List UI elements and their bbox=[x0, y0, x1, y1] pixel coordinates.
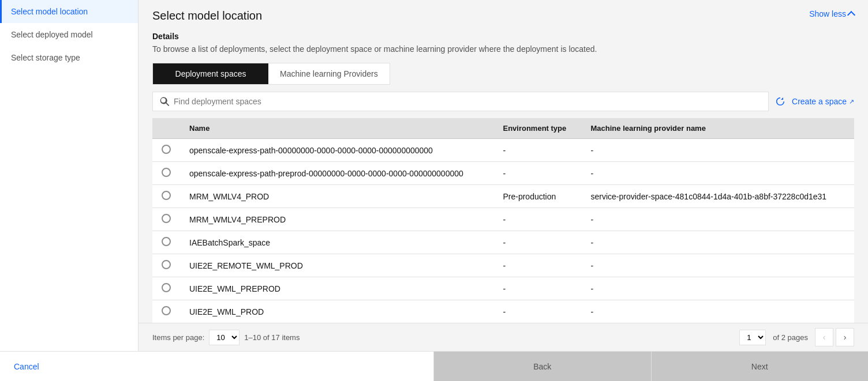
table-row[interactable]: openscale-express-path-preprod-00000000-… bbox=[152, 162, 854, 185]
table-row[interactable]: openscale-express-path-00000000-0000-000… bbox=[152, 139, 854, 162]
of-pages-label: of 2 pages bbox=[773, 333, 808, 342]
page-number-select[interactable]: 1 2 bbox=[739, 330, 766, 345]
row-env-type: Pre-production bbox=[493, 185, 581, 208]
tab-deployment-spaces[interactable]: Deployment spaces bbox=[153, 63, 268, 84]
row-name: UIE2E_WML_PREPROD bbox=[180, 277, 493, 300]
row-env-type: - bbox=[493, 254, 581, 277]
page-header: Select model location Show less bbox=[139, 0, 868, 22]
next-button[interactable]: Next bbox=[652, 352, 869, 381]
table-footer: Items per page: 10 20 50 1–10 of 17 item… bbox=[139, 323, 868, 351]
pagination-controls: 1 2 of 2 pages ‹ › bbox=[739, 328, 854, 346]
row-ml-provider: - bbox=[582, 254, 854, 277]
table-row[interactable]: MRM_WMLV4_PRODPre-productionservice-prov… bbox=[152, 185, 854, 208]
row-name: IAEBatchSpark_space bbox=[180, 231, 493, 254]
row-radio-button[interactable] bbox=[162, 306, 171, 315]
tab-ml-providers[interactable]: Machine learning Providers bbox=[268, 63, 390, 84]
create-space-button[interactable]: Create a space ↗ bbox=[792, 97, 854, 106]
search-container bbox=[152, 92, 769, 111]
search-actions: Create a space ↗ bbox=[776, 97, 854, 106]
row-env-type: - bbox=[493, 277, 581, 300]
search-section: Create a space ↗ bbox=[139, 85, 868, 111]
row-name: UIE2E_WML_PROD bbox=[180, 300, 493, 323]
row-name: openscale-express-path-00000000-0000-000… bbox=[180, 139, 493, 162]
details-section: Details To browse a list of deployments,… bbox=[139, 22, 868, 63]
page-title: Select model location bbox=[152, 9, 262, 22]
row-ml-provider: - bbox=[582, 277, 854, 300]
details-label: Details bbox=[152, 32, 854, 41]
next-page-button[interactable]: › bbox=[836, 328, 854, 346]
bottom-action-bar: Cancel Back Next bbox=[0, 351, 868, 381]
row-radio-button[interactable] bbox=[162, 214, 171, 223]
row-radio-button[interactable] bbox=[162, 145, 171, 154]
sidebar: Select model location Select deployed mo… bbox=[0, 0, 139, 351]
prev-page-button[interactable]: ‹ bbox=[815, 328, 833, 346]
row-radio-button[interactable] bbox=[162, 283, 171, 292]
row-name: MRM_WMLV4_PROD bbox=[180, 185, 493, 208]
per-page-select[interactable]: 10 20 50 bbox=[209, 330, 240, 345]
row-radio-button[interactable] bbox=[162, 260, 171, 269]
table-row[interactable]: UIE2E_WML_PREPROD-- bbox=[152, 277, 854, 300]
sidebar-item-model-location[interactable]: Select model location bbox=[0, 0, 138, 23]
row-env-type: - bbox=[493, 208, 581, 231]
col-select bbox=[152, 118, 180, 139]
items-range: 1–10 of 17 items bbox=[244, 333, 300, 342]
row-radio-button[interactable] bbox=[162, 168, 171, 177]
col-name: Name bbox=[180, 118, 493, 139]
search-input[interactable] bbox=[174, 97, 761, 106]
tab-section: Deployment spaces Machine learning Provi… bbox=[139, 63, 868, 85]
chevron-up-icon bbox=[847, 10, 855, 18]
items-per-page-control: Items per page: 10 20 50 1–10 of 17 item… bbox=[152, 330, 300, 345]
row-radio-button[interactable] bbox=[162, 237, 171, 246]
row-ml-provider: - bbox=[582, 208, 854, 231]
external-link-icon: ↗ bbox=[849, 98, 854, 105]
row-ml-provider: service-provider-space-481c0844-1d4a-401… bbox=[582, 185, 854, 208]
row-radio-button[interactable] bbox=[162, 191, 171, 200]
row-env-type: - bbox=[493, 162, 581, 185]
row-ml-provider: - bbox=[582, 162, 854, 185]
main-content: Select model location Show less Details … bbox=[139, 0, 868, 351]
table-row[interactable]: UIE2E_WML_PROD-- bbox=[152, 300, 854, 323]
row-ml-provider: - bbox=[582, 139, 854, 162]
table-header-row: Name Environment type Machine learning p… bbox=[152, 118, 854, 139]
row-name: openscale-express-path-preprod-00000000-… bbox=[180, 162, 493, 185]
col-ml-provider: Machine learning provider name bbox=[582, 118, 854, 139]
show-less-button[interactable]: Show less bbox=[809, 9, 854, 18]
search-icon bbox=[160, 97, 169, 106]
row-name: MRM_WMLV4_PREPROD bbox=[180, 208, 493, 231]
table-row[interactable]: MRM_WMLV4_PREPROD-- bbox=[152, 208, 854, 231]
tab-group: Deployment spaces Machine learning Provi… bbox=[152, 63, 390, 85]
row-name: UIE2E_REMOTE_WML_PROD bbox=[180, 254, 493, 277]
row-env-type: - bbox=[493, 231, 581, 254]
refresh-button[interactable] bbox=[776, 97, 785, 106]
cancel-section: Cancel bbox=[0, 352, 434, 381]
items-per-page-label: Items per page: bbox=[152, 333, 204, 342]
table-row[interactable]: UIE2E_REMOTE_WML_PROD-- bbox=[152, 254, 854, 277]
row-env-type: - bbox=[493, 300, 581, 323]
row-env-type: - bbox=[493, 139, 581, 162]
col-env-type: Environment type bbox=[493, 118, 581, 139]
table-row[interactable]: IAEBatchSpark_space-- bbox=[152, 231, 854, 254]
sidebar-item-deployed-model[interactable]: Select deployed model bbox=[0, 23, 138, 46]
table-section: Name Environment type Machine learning p… bbox=[139, 118, 868, 323]
row-ml-provider: - bbox=[582, 231, 854, 254]
sidebar-item-storage-type[interactable]: Select storage type bbox=[0, 46, 138, 69]
back-button[interactable]: Back bbox=[434, 352, 652, 381]
details-description: To browse a list of deployments, select … bbox=[152, 44, 854, 54]
nav-action-section: Back Next bbox=[434, 352, 868, 381]
row-ml-provider: - bbox=[582, 300, 854, 323]
deployment-spaces-table: Name Environment type Machine learning p… bbox=[152, 118, 854, 323]
cancel-button[interactable]: Cancel bbox=[14, 362, 39, 371]
